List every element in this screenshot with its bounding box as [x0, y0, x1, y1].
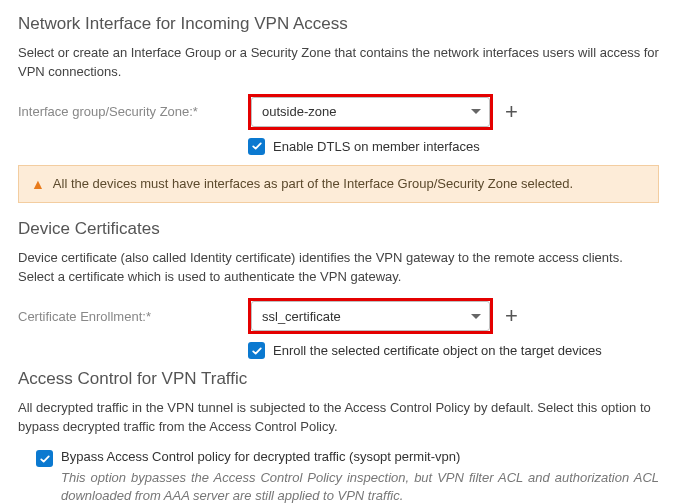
chevron-down-icon: [471, 109, 481, 114]
interface-group-label: Interface group/Security Zone:*: [18, 104, 248, 119]
enroll-checkbox[interactable]: [248, 342, 265, 359]
network-interface-desc: Select or create an Interface Group or a…: [18, 44, 659, 82]
enroll-checkbox-label: Enroll the selected certificate object o…: [273, 343, 602, 358]
cert-enrollment-row: Certificate Enrollment:* ssl_certificate…: [18, 298, 659, 334]
cert-enrollment-select[interactable]: ssl_certificate: [251, 301, 490, 331]
bypass-checkbox-row: Bypass Access Control policy for decrypt…: [36, 449, 659, 467]
interface-alert-text: All the devices must have interfaces as …: [53, 176, 573, 191]
interface-group-select[interactable]: outside-zone: [251, 97, 490, 127]
access-control-heading: Access Control for VPN Traffic: [18, 369, 659, 389]
check-icon: [251, 140, 263, 152]
network-interface-heading: Network Interface for Incoming VPN Acces…: [18, 14, 659, 34]
add-certificate-button[interactable]: +: [505, 305, 518, 327]
bypass-checkbox-label: Bypass Access Control policy for decrypt…: [61, 449, 460, 464]
cert-enrollment-label: Certificate Enrollment:*: [18, 309, 248, 324]
device-certificates-heading: Device Certificates: [18, 219, 659, 239]
interface-alert: ▲ All the devices must have interfaces a…: [18, 165, 659, 203]
device-certificates-desc: Device certificate (also called Identity…: [18, 249, 659, 287]
interface-group-highlight: outside-zone: [248, 94, 493, 130]
bypass-checkbox[interactable]: [36, 450, 53, 467]
enroll-checkbox-row: Enroll the selected certificate object o…: [248, 342, 659, 359]
interface-group-row: Interface group/Security Zone:* outside-…: [18, 94, 659, 130]
access-control-desc: All decrypted traffic in the VPN tunnel …: [18, 399, 659, 437]
warning-icon: ▲: [31, 176, 45, 192]
check-icon: [39, 453, 51, 465]
check-icon: [251, 345, 263, 357]
cert-enrollment-value: ssl_certificate: [262, 309, 341, 324]
cert-enrollment-highlight: ssl_certificate: [248, 298, 493, 334]
interface-group-value: outside-zone: [262, 104, 336, 119]
bypass-note: This option bypasses the Access Control …: [61, 469, 659, 503]
dtls-checkbox[interactable]: [248, 138, 265, 155]
dtls-checkbox-row: Enable DTLS on member interfaces: [248, 138, 659, 155]
chevron-down-icon: [471, 314, 481, 319]
add-interface-group-button[interactable]: +: [505, 101, 518, 123]
dtls-checkbox-label: Enable DTLS on member interfaces: [273, 139, 480, 154]
